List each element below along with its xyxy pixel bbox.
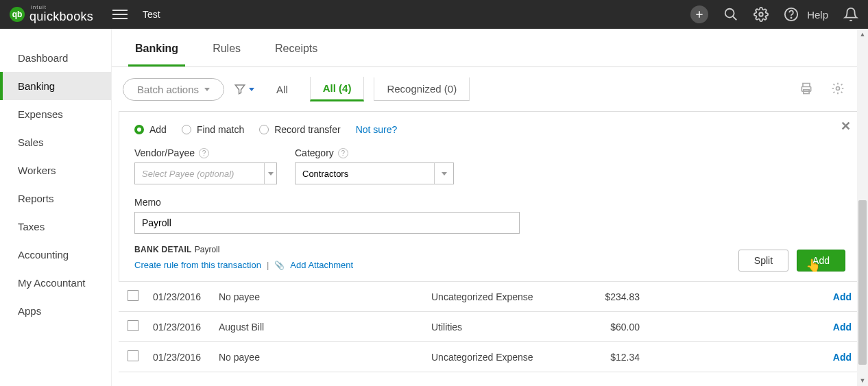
cell-spacer — [645, 312, 779, 342]
not-sure-link[interactable]: Not sure? — [356, 124, 398, 135]
cell-empty — [316, 312, 426, 342]
company-name[interactable]: Test — [143, 9, 160, 20]
radio-record-transfer[interactable]: Record transfer — [259, 124, 340, 135]
sidebar-item-my-accountant[interactable]: My Accountant — [0, 269, 111, 297]
brand: qb intuit quickbooks — [10, 5, 112, 24]
logo-icon: qb — [10, 7, 25, 22]
sidebar-item-dashboard[interactable]: Dashboard — [0, 44, 111, 72]
cell-amount: $60.00 — [549, 312, 645, 342]
tab-rules[interactable]: Rules — [206, 38, 248, 67]
row-add-link[interactable]: Add — [833, 291, 856, 302]
table-row[interactable]: 01/23/2016 August Bill Utilities $60.00 … — [119, 312, 861, 342]
help-icon[interactable]: ? — [199, 148, 209, 158]
cell-amount: $234.83 — [549, 282, 645, 312]
scroll-up-arrow[interactable]: ▲ — [857, 29, 868, 40]
help-label[interactable]: Help — [807, 9, 828, 21]
row-add-link[interactable]: Add — [833, 322, 856, 333]
chevron-down-icon — [204, 88, 210, 91]
sidebar-item-apps[interactable]: Apps — [0, 297, 111, 325]
cell-date: 01/23/2016 — [147, 342, 213, 372]
paperclip-icon: 📎 — [274, 261, 285, 270]
scrollbar[interactable]: ▲ ▼ — [857, 29, 868, 386]
cell-amount: $12.34 — [549, 342, 645, 372]
create-rule-link[interactable]: Create rule from this transaction — [134, 260, 261, 270]
row-add-link[interactable]: Add — [833, 352, 856, 363]
filter-all[interactable]: All — [264, 78, 300, 101]
bell-icon[interactable] — [843, 7, 858, 22]
toolbar: Batch actions All All (4) Recognized (0) — [112, 67, 868, 108]
tab-banking[interactable]: Banking — [128, 38, 185, 67]
table-row[interactable]: 01/23/2016 No payee Uncategorized Expens… — [119, 282, 861, 312]
cell-category: Uncategorized Expense — [426, 342, 549, 372]
cell-empty — [316, 342, 426, 372]
radio-record-transfer-label: Record transfer — [274, 124, 340, 135]
sidebar-item-taxes[interactable]: Taxes — [0, 213, 111, 241]
table-row[interactable]: 01/23/2016 No payee Uncategorized Expens… — [119, 342, 861, 372]
sidebar-item-workers[interactable]: Workers — [0, 156, 111, 184]
svg-point-1 — [759, 12, 763, 16]
category-label: Category? — [295, 147, 454, 158]
filter-all-count[interactable]: All (4) — [310, 77, 365, 101]
print-icon[interactable] — [799, 82, 813, 97]
vendor-input[interactable] — [135, 163, 264, 184]
vendor-dropdown-toggle[interactable] — [264, 163, 276, 184]
radio-add-label: Add — [149, 124, 167, 135]
cell-date: 01/23/2016 — [147, 312, 213, 342]
add-button[interactable]: Add — [797, 250, 845, 272]
sidebar-item-banking[interactable]: Banking — [0, 72, 111, 100]
row-checkbox[interactable] — [128, 290, 138, 301]
gear-icon[interactable] — [754, 7, 769, 22]
cell-empty — [316, 282, 426, 312]
batch-actions-label: Batch actions — [137, 84, 199, 95]
svg-point-6 — [836, 86, 840, 90]
radio-add[interactable]: Add — [134, 124, 167, 135]
sub-tabs: Banking Rules Receipts — [112, 29, 868, 67]
category-input[interactable] — [296, 163, 434, 184]
cell-spacer — [645, 342, 779, 372]
cell-payee: August Bill — [213, 312, 316, 342]
add-attachment-link[interactable]: Add Attachment — [290, 260, 353, 270]
help-icon[interactable] — [784, 7, 799, 22]
scroll-thumb[interactable] — [858, 200, 867, 365]
separator: | — [267, 260, 269, 270]
cell-spacer — [645, 282, 779, 312]
main-area: Banking Rules Receipts Batch actions All… — [112, 29, 868, 386]
svg-point-3 — [791, 17, 792, 18]
sidebar: Dashboard Banking Expenses Sales Workers… — [0, 29, 112, 386]
close-icon[interactable]: ✕ — [841, 119, 851, 134]
vendor-label: Vendor/Payee? — [134, 147, 277, 158]
transactions-table: 01/23/2016 No payee Uncategorized Expens… — [119, 282, 861, 372]
sidebar-item-expenses[interactable]: Expenses — [0, 100, 111, 128]
sidebar-item-reports[interactable]: Reports — [0, 184, 111, 213]
cell-category: Uncategorized Expense — [426, 282, 549, 312]
help-icon[interactable]: ? — [338, 148, 348, 158]
top-bar: qb intuit quickbooks Test Help — [0, 0, 868, 29]
tab-receipts[interactable]: Receipts — [268, 38, 324, 67]
cell-category: Utilities — [426, 312, 549, 342]
radio-find-match[interactable]: Find match — [182, 124, 244, 135]
cell-date: 01/23/2016 — [147, 282, 213, 312]
brand-name: quickbooks — [29, 10, 93, 23]
row-checkbox[interactable] — [128, 320, 138, 331]
split-button[interactable]: Split — [738, 250, 788, 272]
search-icon[interactable] — [723, 7, 738, 22]
filter-recognized[interactable]: Recognized (0) — [374, 77, 470, 101]
sidebar-item-accounting[interactable]: Accounting — [0, 241, 111, 269]
category-dropdown-toggle[interactable] — [434, 163, 453, 184]
svg-point-0 — [725, 9, 734, 18]
memo-label: Memo — [134, 197, 845, 208]
bank-detail: BANK DETAILPayroll — [134, 245, 219, 254]
filter-icon[interactable] — [234, 83, 254, 95]
cell-payee: No payee — [213, 282, 316, 312]
memo-input[interactable] — [134, 212, 520, 234]
row-checkbox[interactable] — [128, 350, 138, 361]
cell-payee: No payee — [213, 342, 316, 372]
hamburger-icon[interactable] — [112, 10, 128, 19]
scroll-down-arrow[interactable]: ▼ — [857, 375, 868, 386]
sidebar-item-sales[interactable]: Sales — [0, 128, 111, 156]
plus-icon[interactable] — [690, 5, 708, 23]
batch-actions-button[interactable]: Batch actions — [123, 78, 224, 101]
settings-gear-icon[interactable] — [831, 82, 845, 97]
radio-find-match-label: Find match — [197, 124, 244, 135]
transaction-detail-panel: ✕ Add Find match Record transfer Not sur… — [119, 111, 861, 282]
